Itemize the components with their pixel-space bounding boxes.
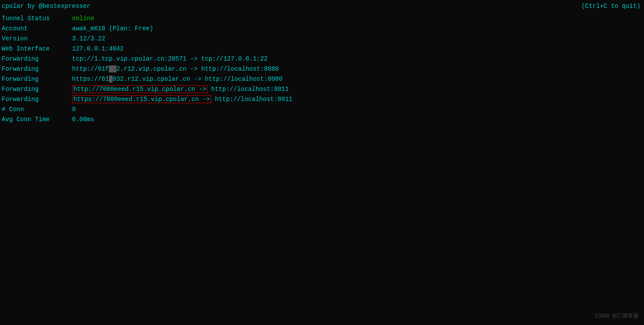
forwarding-row-3: Forwarding https://61█832.r12.vip.cpolar…	[2, 75, 642, 84]
web-interface-value: 127.0.0.1:4042	[72, 44, 124, 54]
tunnel-status-value: online	[72, 14, 94, 23]
account-key: Account	[2, 24, 72, 33]
avg-conn-time-key: Avg Conn Time	[2, 115, 72, 124]
forwarding-value-4: http://7080eeed.r15.vip.cpolar.cn -> htt…	[72, 85, 289, 94]
tunnel-status-row: Tunnel Status online	[2, 14, 642, 23]
quit-hint: (Ctrl+C to quit)	[582, 3, 640, 10]
title-left: cpolar by @bestexpresser	[2, 3, 90, 10]
conn-count-key: # Conn	[2, 105, 72, 114]
forwarding-key-3: Forwarding	[2, 75, 72, 84]
watermark: CSDN @江湖有缘	[595, 312, 639, 320]
account-row: Account awak_m618 (Plan: Free)	[2, 24, 642, 33]
by-text: by	[24, 3, 39, 10]
version-row: Version 3.12/3.22	[2, 34, 642, 43]
forwarding-link-http: http://7080eeed.r15.vip.cpolar.cn ->	[72, 85, 207, 93]
terminal-window: cpolar by @bestexpresser (Ctrl+C to quit…	[0, 0, 644, 325]
author-name: @bestexpresser	[39, 3, 90, 10]
info-table: Tunnel Status online Account awak_m618 (…	[2, 14, 642, 124]
forwarding-value-2: http://61f██2.r12.vip.cpolar.cn -> http:…	[72, 65, 279, 74]
forwarding-value-1: tcp://1.tcp.vip.cpolar.cn:20571 -> tcp:/…	[72, 54, 268, 64]
forwarding-key-2: Forwarding	[2, 65, 72, 74]
forwarding-row-1: Forwarding tcp://1.tcp.vip.cpolar.cn:205…	[2, 54, 642, 64]
forwarding-key-1: Forwarding	[2, 54, 72, 64]
account-value: awak_m618 (Plan: Free)	[72, 24, 153, 33]
tunnel-status-key: Tunnel Status	[2, 14, 72, 23]
web-interface-key: Web Interface	[2, 44, 72, 54]
forwarding-link-https: https://7080eeed.r15.vip.cpolar.cn ->	[72, 95, 211, 103]
forwarding-row-4: Forwarding http://7080eeed.r15.vip.cpola…	[2, 85, 642, 94]
forwarding-row-2: Forwarding http://61f██2.r12.vip.cpolar.…	[2, 65, 642, 74]
avg-conn-time-row: Avg Conn Time 0.00ms	[2, 115, 642, 124]
forwarding-row-5: Forwarding https://7080eeed.r15.vip.cpol…	[2, 95, 642, 104]
forwarding-value-3: https://61█832.r12.vip.cpolar.cn -> http…	[72, 75, 282, 84]
conn-count-row: # Conn 0	[2, 105, 642, 114]
forwarding-key-4: Forwarding	[2, 85, 72, 94]
version-value: 3.12/3.22	[72, 34, 105, 43]
web-interface-row: Web Interface 127.0.0.1:4042	[2, 44, 642, 54]
forwarding-key-5: Forwarding	[2, 95, 72, 104]
avg-conn-time-value: 0.00ms	[72, 115, 94, 124]
title-bar: cpolar by @bestexpresser (Ctrl+C to quit…	[2, 3, 642, 10]
conn-count-value: 0	[72, 105, 76, 114]
forwarding-value-5: https://7080eeed.r15.vip.cpolar.cn -> ht…	[72, 95, 293, 104]
app-name: cpolar	[2, 3, 24, 10]
version-key: Version	[2, 34, 72, 43]
